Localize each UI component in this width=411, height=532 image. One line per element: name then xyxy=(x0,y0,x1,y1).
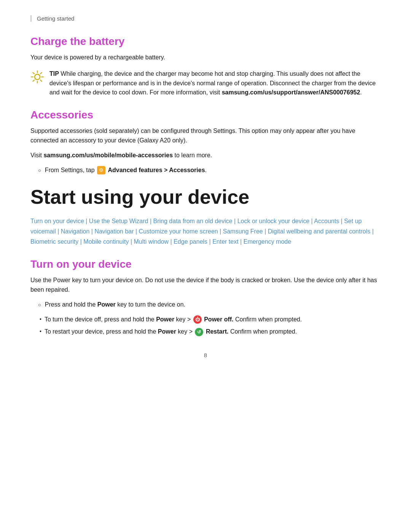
charge-title: Charge the battery xyxy=(30,35,381,48)
tip-box: TIP While charging, the device and the c… xyxy=(30,69,381,97)
toc-item-samsung-free[interactable]: Samsung Free xyxy=(223,228,263,235)
toc-item-navigation[interactable]: Navigation xyxy=(61,228,90,235)
accessories-visit: Visit samsung.com/us/mobile/mobile-acces… xyxy=(30,151,381,160)
toc-item-lock-unlock[interactable]: Lock or unlock your device xyxy=(237,218,309,224)
power-label-1: Power xyxy=(97,301,116,308)
turn-on-section: Turn on your device Use the Power key to… xyxy=(30,258,381,337)
page-number: 8 xyxy=(30,352,381,358)
toc-item-setup-wizard[interactable]: Use the Setup Wizard xyxy=(89,218,148,224)
toc-item-multi-window[interactable]: Multi window xyxy=(134,238,169,245)
tip-content: TIP While charging, the device and the c… xyxy=(49,69,381,97)
accessories-bullets: From Settings, tap ⚙ Advanced features >… xyxy=(30,166,381,175)
press-hold-bullet: Press and hold the Power key to turn the… xyxy=(30,300,381,310)
turn-on-bullets: Press and hold the Power key to turn the… xyxy=(30,300,381,310)
restart-icon: ↺ xyxy=(195,328,203,336)
power-off-label: Power off. xyxy=(204,316,233,323)
charge-intro: Your device is powered by a rechargeable… xyxy=(30,53,381,62)
accessories-intro: Supported accessories (sold separately) … xyxy=(30,126,381,145)
power-off-icon: ⏻ xyxy=(193,315,202,324)
svg-line-6 xyxy=(40,80,42,81)
svg-line-7 xyxy=(40,72,42,74)
accessories-bullet-item: From Settings, tap ⚙ Advanced features >… xyxy=(30,166,381,175)
svg-line-8 xyxy=(33,80,35,81)
power-label-2: Power xyxy=(156,316,174,323)
toc-item-bring-data[interactable]: Bring data from an old device xyxy=(153,218,233,224)
toc-item-edge-panels[interactable]: Edge panels xyxy=(174,238,207,245)
turn-on-intro: Use the Power key to turn your device on… xyxy=(30,276,381,295)
accessories-link: samsung.com/us/mobile/mobile-accessories xyxy=(43,152,173,158)
svg-line-5 xyxy=(33,72,35,74)
tip-icon xyxy=(30,70,44,84)
advanced-features-label: Advanced features > Accessories xyxy=(108,167,205,173)
restart-label: Restart. xyxy=(206,328,229,335)
tip-label: TIP xyxy=(49,70,59,77)
charge-section: Charge the battery Your device is powere… xyxy=(30,35,381,97)
breadcrumb-text: Getting started xyxy=(37,15,74,22)
toc-item-accounts[interactable]: Accounts xyxy=(314,218,339,224)
settings-icon: ⚙ xyxy=(97,166,105,174)
accessories-title: Accessories xyxy=(30,109,381,121)
start-section: Start using your device Turn on your dev… xyxy=(30,186,381,247)
breadcrumb: Getting started xyxy=(30,15,381,22)
toc-item-nav-bar[interactable]: Navigation bar xyxy=(94,228,134,235)
accessories-section: Accessories Supported accessories (sold … xyxy=(30,109,381,175)
toc-item-home-screen[interactable]: Customize your home screen xyxy=(139,228,218,235)
toc-item-mobile-continuity[interactable]: Mobile continuity xyxy=(83,238,129,245)
toc-item-turn-on[interactable]: Turn on your device xyxy=(30,218,84,224)
toc-links: Turn on your device | Use the Setup Wiza… xyxy=(30,216,381,247)
power-off-bullet: To turn the device off, press and hold t… xyxy=(40,315,381,324)
toc-item-biometric[interactable]: Biometric security xyxy=(30,238,78,245)
toc-item-emergency-mode[interactable]: Emergency mode xyxy=(244,238,291,245)
toc-item-enter-text[interactable]: Enter text xyxy=(212,238,238,245)
sub-bullets: To turn the device off, press and hold t… xyxy=(40,315,381,337)
toc-item-wellbeing[interactable]: Digital wellbeing and parental controls xyxy=(268,228,371,235)
power-label-3: Power xyxy=(158,328,176,335)
turn-on-title: Turn on your device xyxy=(30,258,381,270)
restart-bullet: To restart your device, press and hold t… xyxy=(40,327,381,337)
tip-link: samsung.com/us/support/answer/ANS0007695… xyxy=(222,89,360,96)
start-title: Start using your device xyxy=(30,186,381,208)
svg-point-0 xyxy=(35,74,40,80)
